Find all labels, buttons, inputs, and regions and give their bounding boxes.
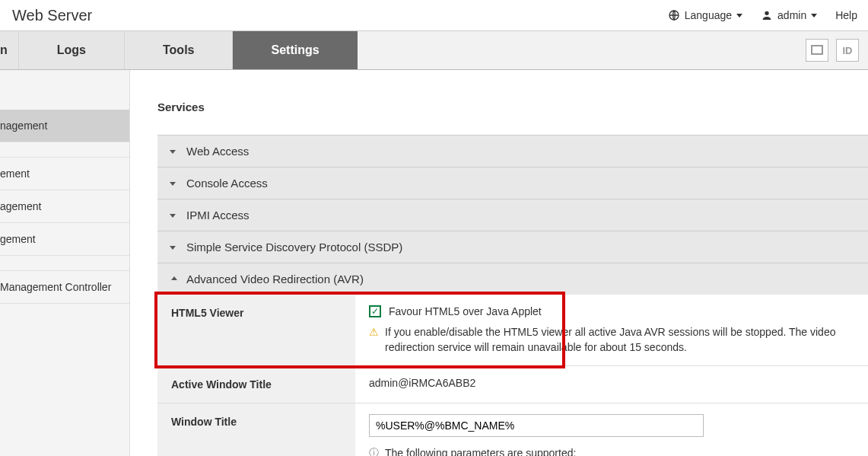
id-icon[interactable]: ID (836, 39, 859, 62)
body: nagement ement agement gement Management… (0, 70, 868, 456)
tab-tools[interactable]: Tools (125, 31, 233, 69)
top-bar: Web Server Language admin Help (0, 0, 868, 30)
sidebar-spacer (0, 142, 129, 158)
tab-settings[interactable]: Settings (233, 31, 357, 69)
acc-ssdp: Simple Service Discovery Protocol (SSDP) (157, 231, 868, 263)
chevron-down-icon (811, 14, 817, 18)
tab-spacer: ID (358, 31, 868, 69)
info-icon: ⓘ (369, 446, 379, 456)
row-html5-viewer: HTML5 Viewer ✓ Favour HTML5 over Java Ap… (157, 295, 868, 366)
sidebar: nagement ement agement gement Management… (0, 70, 130, 456)
acc-web-access: Web Access (157, 136, 868, 167)
warning-icon: ⚠ (369, 325, 379, 340)
acc-header-console-access[interactable]: Console Access (157, 167, 868, 199)
window-title-input[interactable] (369, 414, 704, 437)
help-label: Help (835, 9, 857, 21)
sidebar-item-1[interactable]: ement (0, 158, 129, 190)
main-content: Services Web Access Console Access IPMI … (130, 70, 868, 456)
row-window-title: Window Title ⓘ The following parameters … (157, 403, 868, 456)
params-info: ⓘ The following parameters are supported… (369, 446, 854, 456)
main-tabs: n Logs Tools Settings ID (0, 30, 868, 70)
sidebar-item-0[interactable]: nagement (0, 110, 129, 142)
language-menu[interactable]: Language (668, 9, 742, 21)
acc-header-web-access[interactable]: Web Access (157, 136, 868, 167)
chevron-down-icon (170, 179, 177, 187)
tab-partial[interactable]: n (0, 31, 19, 69)
acc-header-avr[interactable]: Advanced Video Redirection (AVR) (157, 263, 868, 295)
language-label: Language (685, 9, 732, 21)
sidebar-spacer-2 (0, 256, 129, 271)
value-window-title: ⓘ The following parameters are supported… (355, 403, 868, 456)
label-window-title: Window Title (157, 403, 355, 456)
html5-warning: ⚠ If you enable/disable the HTML5 viewer… (369, 325, 854, 355)
params-text: The following parameters are supported: (385, 446, 576, 456)
sidebar-item-2[interactable]: agement (0, 190, 129, 223)
page-title: Services (157, 100, 868, 113)
favour-html5-checkbox-wrap: ✓ Favour HTML5 over Java Applet (369, 305, 854, 317)
chevron-down-icon (736, 14, 742, 18)
value-html5-viewer: ✓ Favour HTML5 over Java Applet ⚠ If you… (355, 295, 868, 365)
help-link[interactable]: Help (835, 9, 857, 21)
app-title: Web Server (8, 7, 668, 24)
value-active-window-title: admin@iRMCA6ABB2 (355, 366, 868, 400)
window-icon[interactable] (806, 39, 828, 62)
services-accordion: Web Access Console Access IPMI Access Si… (157, 135, 868, 456)
warning-text: If you enable/disable the HTML5 viewer a… (385, 325, 854, 355)
label-html5-viewer: HTML5 Viewer (157, 295, 355, 365)
tab-logs[interactable]: Logs (19, 31, 125, 69)
acc-header-ssdp[interactable]: Simple Service Discovery Protocol (SSDP) (157, 231, 868, 263)
user-label: admin (777, 9, 806, 21)
acc-avr: Advanced Video Redirection (AVR) HTML5 V… (157, 263, 868, 456)
acc-console-access: Console Access (157, 167, 868, 199)
favour-html5-label: Favour HTML5 over Java Applet (389, 305, 542, 317)
chevron-down-icon (170, 243, 177, 251)
svg-rect-2 (812, 46, 822, 54)
chevron-down-icon (170, 147, 177, 155)
user-menu[interactable]: admin (761, 9, 817, 21)
label-active-window-title: Active Window Title (157, 366, 355, 403)
chevron-up-icon (170, 275, 177, 283)
svg-point-1 (765, 11, 768, 15)
row-active-window-title: Active Window Title admin@iRMCA6ABB2 (157, 366, 868, 403)
sidebar-item-3[interactable]: gement (0, 223, 129, 256)
user-icon (761, 9, 773, 21)
sidebar-item-4[interactable]: Management Controller (0, 271, 129, 304)
chevron-down-icon (170, 211, 177, 219)
monitor-icon (811, 45, 823, 56)
acc-ipmi-access: IPMI Access (157, 199, 868, 231)
avr-body: HTML5 Viewer ✓ Favour HTML5 over Java Ap… (157, 295, 868, 456)
globe-icon (668, 9, 680, 21)
favour-html5-checkbox[interactable]: ✓ (369, 305, 381, 317)
top-right: Language admin Help (668, 9, 860, 21)
acc-header-ipmi-access[interactable]: IPMI Access (157, 199, 868, 231)
